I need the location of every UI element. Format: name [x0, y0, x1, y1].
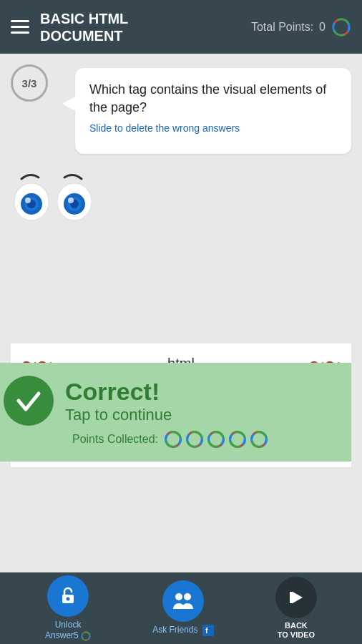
- spinner-icon: [331, 17, 351, 37]
- points-collected-label: Points Collected:: [72, 433, 158, 446]
- svg-rect-35: [202, 625, 214, 636]
- tap-continue: Tap to continue: [65, 406, 172, 424]
- back-to-video-label: BACK TO VIDEO: [278, 621, 315, 640]
- svg-point-8: [25, 197, 31, 203]
- ask-friends-nav-item[interactable]: Ask Friends f: [152, 580, 214, 636]
- points-row: Points Collected:: [72, 430, 268, 449]
- facebook-icon: f: [202, 625, 214, 636]
- back-to-video-nav-item[interactable]: BACK TO VIDEO: [275, 577, 317, 640]
- ask-friends-label: Ask Friends f: [152, 625, 214, 636]
- total-points-value: 0: [319, 21, 326, 34]
- slide-hint: Slide to delete the wrong answers: [89, 122, 337, 134]
- ask-friends-label-text: Ask Friends: [152, 625, 197, 635]
- header-title: BASIC HTML DOCUMENT: [40, 10, 128, 44]
- checkmark-icon: [13, 385, 44, 416]
- ask-friends-circle[interactable]: [162, 580, 204, 622]
- total-points-label: Total Points:: [251, 21, 313, 34]
- counter-badge: 3/3: [11, 64, 48, 102]
- header: BASIC HTML DOCUMENT Total Points: 0: [0, 0, 362, 54]
- unlock-nav-item[interactable]: Unlock Answer5: [45, 575, 91, 640]
- correct-label: Correct!: [65, 378, 172, 406]
- checkmark-circle: [4, 376, 54, 426]
- spinner-points: [164, 430, 268, 449]
- correct-row: Correct! Tap to continue: [4, 376, 337, 426]
- points-spinner-4: [228, 430, 247, 449]
- points-spinner-3: [207, 430, 225, 449]
- svg-point-34: [184, 593, 191, 600]
- header-left: BASIC HTML DOCUMENT: [11, 10, 128, 44]
- header-title-line2: DOCUMENT: [40, 28, 123, 44]
- counter-text: 3/3: [22, 77, 37, 89]
- ask-friends-icon: [171, 589, 195, 613]
- svg-text:f: f: [205, 626, 208, 635]
- speech-bubble: Which tag contains the visual elements o…: [75, 68, 351, 154]
- back-to-video-icon: [285, 587, 307, 608]
- points-spinner-1: [164, 430, 182, 449]
- header-title-line1: BASIC HTML: [40, 11, 128, 26]
- correct-text-block: Correct! Tap to continue: [65, 378, 172, 424]
- svg-marker-37: [293, 592, 303, 603]
- header-right: Total Points: 0: [251, 17, 351, 37]
- unlock-spinner-icon: [81, 631, 91, 641]
- hamburger-menu-icon[interactable]: [11, 20, 29, 34]
- svg-point-12: [68, 197, 74, 203]
- svg-point-33: [175, 593, 182, 600]
- bottom-nav: Unlock Answer5 Ask Friends f: [0, 572, 362, 644]
- unlock-label: Unlock Answer5: [45, 620, 91, 640]
- points-spinner-2: [185, 430, 204, 449]
- question-text: Which tag contains the visual elements o…: [89, 81, 337, 117]
- unlock-circle[interactable]: [47, 575, 89, 617]
- points-spinner-5: [250, 430, 268, 449]
- character-face: [9, 165, 102, 236]
- back-to-video-circle[interactable]: [275, 577, 317, 618]
- main-content: 3/3 Which tag contains the visual elemen…: [0, 54, 362, 462]
- svg-point-29: [67, 597, 70, 601]
- correct-banner[interactable]: Correct! Tap to continue Points Collecte…: [0, 363, 351, 462]
- svg-rect-38: [290, 592, 293, 603]
- unlock-icon: [57, 585, 79, 608]
- character-svg: [9, 165, 102, 236]
- unlock-label-text: Unlock Answer5: [45, 620, 81, 640]
